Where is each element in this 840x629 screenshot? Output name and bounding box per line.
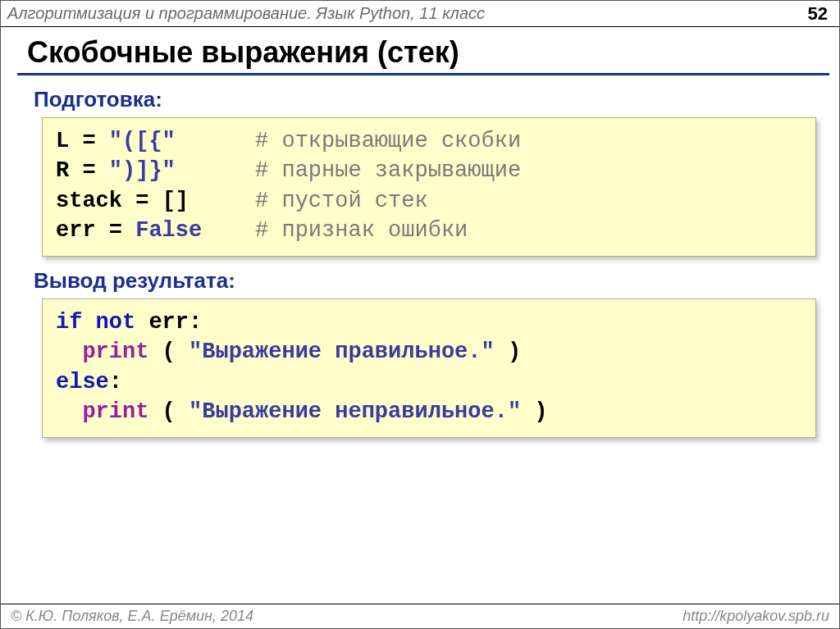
code-segment: "Выражение правильное." bbox=[189, 337, 495, 367]
code-line: else: bbox=[56, 367, 802, 397]
code-segment: = bbox=[96, 216, 136, 245]
code-segment: err: bbox=[148, 308, 202, 337]
code-segment: err bbox=[56, 216, 96, 245]
code-segment: ) bbox=[521, 397, 547, 426]
code-line: L = "([{" # открывающие скобки bbox=[56, 126, 802, 156]
code-segment: print bbox=[82, 337, 148, 367]
code-line: print ( "Выражение неправильное." ) bbox=[56, 397, 802, 426]
code-segment: ( bbox=[148, 397, 189, 426]
code-segment: L bbox=[56, 126, 69, 156]
code-segment: ) bbox=[495, 337, 521, 367]
slide: Алгоритмизация и программирование. Язык … bbox=[0, 0, 840, 629]
code-segment: [] bbox=[162, 186, 189, 216]
code-line: stack = [] # пустой стек bbox=[56, 186, 802, 216]
footer-bar: © К.Ю. Поляков, Е.А. Ерёмин, 2014 http:/… bbox=[1, 604, 839, 628]
code-line: if not err: bbox=[56, 308, 802, 337]
code-segment: "([{" bbox=[109, 126, 176, 156]
code-segment: = bbox=[69, 156, 109, 185]
code-segment bbox=[56, 337, 82, 367]
code-segment: # открывающие скобки bbox=[255, 126, 521, 156]
title-underline bbox=[17, 73, 829, 75]
code-segment bbox=[176, 156, 255, 185]
code-segment: False bbox=[135, 216, 202, 245]
code-segment bbox=[202, 216, 255, 245]
code-segment: = bbox=[69, 126, 109, 156]
code-segment: print bbox=[82, 397, 148, 426]
course-title: Алгоритмизация и программирование. Язык … bbox=[7, 4, 485, 23]
code-segment bbox=[189, 186, 255, 216]
code-line: R = ")]}" # парные закрывающие bbox=[56, 156, 802, 185]
code-block-prep: L = "([{" # открывающие скобкиR = ")]}" … bbox=[42, 117, 816, 257]
section-label-prep: Подготовка: bbox=[34, 87, 839, 112]
code-segment: : bbox=[109, 367, 122, 397]
code-segment: # пустой стек bbox=[255, 186, 428, 216]
code-segment: "Выражение неправильное." bbox=[189, 397, 521, 426]
code-segment: R bbox=[56, 156, 69, 185]
footer-copyright: © К.Ю. Поляков, Е.А. Ерёмин, 2014 bbox=[11, 608, 253, 625]
page-number: 52 bbox=[808, 3, 833, 25]
code-line: err = False # признак ошибки bbox=[56, 216, 802, 245]
code-segment: else bbox=[56, 367, 109, 397]
slide-title: Скобочные выражения (стек) bbox=[27, 35, 839, 70]
code-segment: if not bbox=[56, 308, 148, 337]
code-segment: ")]}" bbox=[109, 156, 176, 185]
code-segment: = bbox=[122, 186, 162, 216]
code-segment bbox=[56, 397, 82, 426]
code-block-output: if not err: print ( "Выражение правильно… bbox=[42, 299, 816, 438]
code-segment: # парные закрывающие bbox=[255, 156, 521, 185]
code-segment: stack bbox=[56, 186, 122, 216]
header-bar: Алгоритмизация и программирование. Язык … bbox=[1, 1, 839, 27]
code-line: print ( "Выражение правильное." ) bbox=[56, 337, 802, 367]
footer-url: http://kpolyakov.spb.ru bbox=[682, 608, 829, 625]
code-segment: ( bbox=[148, 337, 189, 367]
code-segment bbox=[176, 126, 255, 156]
section-label-output: Вывод результата: bbox=[34, 268, 839, 294]
code-segment: # признак ошибки bbox=[255, 216, 468, 245]
